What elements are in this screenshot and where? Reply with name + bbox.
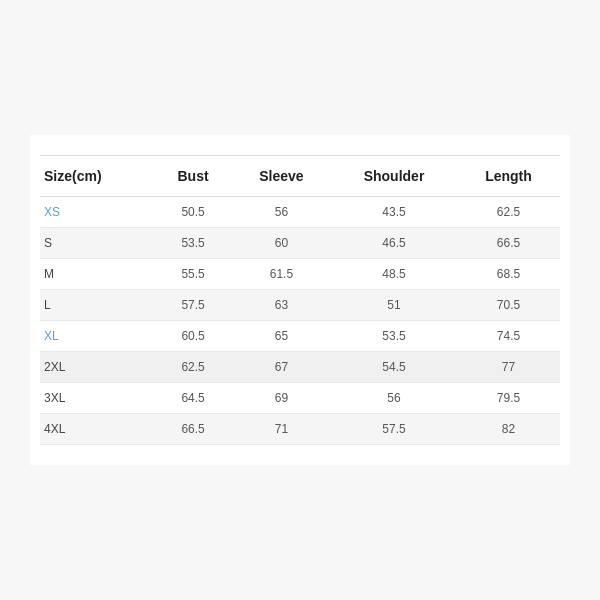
table-row: L57.5635170.5 xyxy=(40,290,560,321)
cell-size: XS xyxy=(40,197,154,228)
cell-bust: 60.5 xyxy=(154,321,231,352)
cell-sleeve: 56 xyxy=(232,197,331,228)
table-row: S53.56046.566.5 xyxy=(40,228,560,259)
cell-bust: 62.5 xyxy=(154,352,231,383)
cell-sleeve: 60 xyxy=(232,228,331,259)
cell-shoulder: 43.5 xyxy=(331,197,457,228)
cell-bust: 55.5 xyxy=(154,259,231,290)
cell-sleeve: 67 xyxy=(232,352,331,383)
cell-shoulder: 46.5 xyxy=(331,228,457,259)
header-size: Size(cm) xyxy=(40,156,154,197)
cell-shoulder: 56 xyxy=(331,383,457,414)
cell-length: 68.5 xyxy=(457,259,560,290)
table-header-row: Size(cm) Bust Sleeve Shoulder Length xyxy=(40,156,560,197)
cell-bust: 66.5 xyxy=(154,414,231,445)
header-sleeve: Sleeve xyxy=(232,156,331,197)
cell-length: 82 xyxy=(457,414,560,445)
cell-size: 2XL xyxy=(40,352,154,383)
cell-sleeve: 65 xyxy=(232,321,331,352)
table-row: M55.561.548.568.5 xyxy=(40,259,560,290)
cell-sleeve: 63 xyxy=(232,290,331,321)
size-chart-table: Size(cm) Bust Sleeve Shoulder Length XS5… xyxy=(40,155,560,445)
size-chart-container: Size(cm) Bust Sleeve Shoulder Length XS5… xyxy=(30,135,570,465)
cell-length: 66.5 xyxy=(457,228,560,259)
cell-length: 70.5 xyxy=(457,290,560,321)
cell-length: 77 xyxy=(457,352,560,383)
cell-shoulder: 48.5 xyxy=(331,259,457,290)
cell-shoulder: 57.5 xyxy=(331,414,457,445)
cell-sleeve: 69 xyxy=(232,383,331,414)
cell-bust: 64.5 xyxy=(154,383,231,414)
cell-size: 3XL xyxy=(40,383,154,414)
header-bust: Bust xyxy=(154,156,231,197)
cell-length: 62.5 xyxy=(457,197,560,228)
cell-length: 74.5 xyxy=(457,321,560,352)
header-shoulder: Shoulder xyxy=(331,156,457,197)
table-row: 3XL64.5695679.5 xyxy=(40,383,560,414)
table-row: XL60.56553.574.5 xyxy=(40,321,560,352)
cell-shoulder: 53.5 xyxy=(331,321,457,352)
cell-bust: 57.5 xyxy=(154,290,231,321)
cell-bust: 50.5 xyxy=(154,197,231,228)
cell-size: L xyxy=(40,290,154,321)
header-length: Length xyxy=(457,156,560,197)
cell-shoulder: 51 xyxy=(331,290,457,321)
cell-shoulder: 54.5 xyxy=(331,352,457,383)
cell-size: M xyxy=(40,259,154,290)
cell-sleeve: 61.5 xyxy=(232,259,331,290)
cell-length: 79.5 xyxy=(457,383,560,414)
table-row: 4XL66.57157.582 xyxy=(40,414,560,445)
cell-size: S xyxy=(40,228,154,259)
cell-bust: 53.5 xyxy=(154,228,231,259)
cell-size: XL xyxy=(40,321,154,352)
table-row: 2XL62.56754.577 xyxy=(40,352,560,383)
cell-sleeve: 71 xyxy=(232,414,331,445)
table-row: XS50.55643.562.5 xyxy=(40,197,560,228)
cell-size: 4XL xyxy=(40,414,154,445)
